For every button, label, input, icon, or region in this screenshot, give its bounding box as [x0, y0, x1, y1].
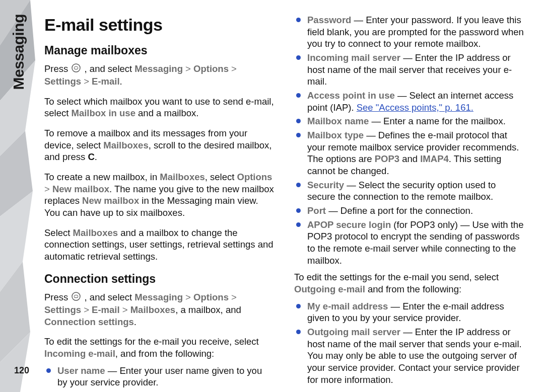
left-column: E-mail settings Manage mailboxes Press ,… [37, 14, 274, 378]
outgoing-list: My e-mail address — Enter the e-mail add… [294, 300, 524, 388]
page-content: E-mail settings Manage mailboxes Press ,… [0, 0, 544, 392]
li-security: Security — Select the security option us… [294, 179, 524, 203]
li-user-name: User name — Enter your user name given t… [44, 365, 274, 388]
para-remove-mailbox: To remove a mailbox and its messages fro… [44, 127, 274, 163]
nav-path-1: Press , and select Messaging > Options >… [44, 63, 274, 88]
para-incoming-intro: To edit the settings for the e-mail you … [44, 336, 274, 359]
home-key-icon [72, 63, 81, 75]
li-incoming-server: Incoming mail server — Enter the IP addr… [294, 52, 524, 88]
para-outgoing-intro: To edit the settings for the e-mail you … [294, 271, 524, 295]
li-access-point: Access point in use — Select an internet… [294, 90, 524, 113]
nav-path-2: Press , and select Messaging > Options >… [44, 291, 274, 328]
li-port: Port — Define a port for the connection. [294, 205, 524, 217]
right-column: Password — Enter your password. If you l… [294, 14, 524, 378]
page-title: E-mail settings [44, 14, 274, 36]
incoming-list-cont: Password — Enter your password. If you l… [294, 14, 524, 268]
li-mailbox-type: Mailbox type — Defines the e-mail protoc… [294, 129, 524, 177]
li-outgoing-server: Outgoing mail server — Enter the IP addr… [294, 326, 524, 385]
link-access-points[interactable]: See "Access points," p. 161. [357, 102, 473, 113]
li-my-email: My e-mail address — Enter the e-mail add… [294, 300, 524, 324]
li-mailbox-name: Mailbox name — Enter a name for the mail… [294, 115, 524, 127]
heading-connection-settings: Connection settings [44, 272, 274, 286]
para-select-mailbox: To select which mailbox you want to use … [44, 96, 274, 119]
li-apop: APOP secure login (for POP3 only) — Use … [294, 219, 524, 267]
heading-manage-mailboxes: Manage mailboxes [44, 43, 274, 58]
para-create-mailbox: To create a new mailbox, in Mailboxes, s… [44, 171, 274, 219]
li-password: Password — Enter your password. If you l… [294, 14, 524, 50]
svg-point-8 [72, 64, 80, 72]
incoming-list-start: User name — Enter your user name given t… [44, 365, 274, 390]
para-change-settings: Select Mailboxes and a mailbox to change… [44, 227, 274, 263]
home-key-icon [72, 292, 81, 304]
svg-point-9 [72, 292, 80, 300]
